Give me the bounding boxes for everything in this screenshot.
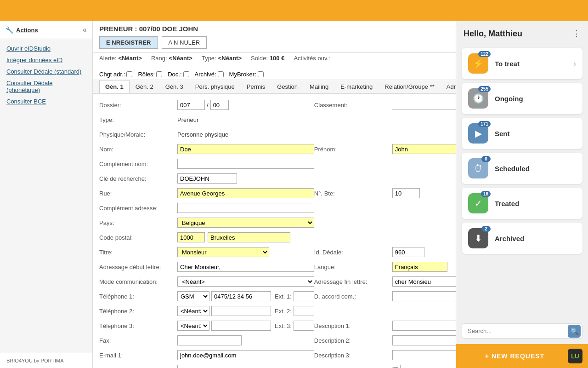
complement-nom-input[interactable] [177, 159, 314, 169]
rang-value: <Néant> [169, 55, 192, 62]
card-ongoing[interactable]: 🕐 255 Ongoing [462, 83, 582, 114]
dossier-row: Dossier: / [99, 99, 314, 110]
email2-input[interactable] [177, 365, 314, 368]
desc2-input[interactable] [392, 335, 456, 345]
pays-select[interactable]: Belgique [177, 218, 314, 228]
mybroker-label: MyBroker: [229, 71, 256, 78]
nbt-label: N°, Bte: [314, 190, 392, 197]
adressage-fin-label: Adressage fin lettre: [314, 278, 392, 285]
tab-gen1[interactable]: Gén. 1 [99, 80, 130, 94]
sidebar-item-bce[interactable]: Consulter BCE [0, 96, 92, 107]
pays-row: Pays: Belgique [99, 217, 314, 228]
card-archived[interactable]: ⬇ 2 Archived [462, 223, 582, 254]
roles-checkbox[interactable] [156, 71, 162, 77]
desc1-input[interactable] [392, 321, 456, 331]
tab-gen2[interactable]: Gén. 2 [130, 80, 159, 93]
tel1-row: Téléphone 1: GSM Ext. 1: [99, 291, 314, 302]
adressage-fin-input[interactable] [392, 276, 456, 287]
dossier-num-input[interactable] [177, 100, 205, 110]
tab-mailing[interactable]: Mailing [304, 80, 334, 93]
desc3-label: Description 3: [314, 352, 392, 359]
alerte-value: <Néant> [119, 55, 142, 62]
sidebar-item-eid-data[interactable]: Intégrer données eID [0, 54, 92, 66]
langue-input[interactable] [392, 262, 447, 272]
rue-input[interactable] [177, 188, 314, 198]
tel3-type-select[interactable]: <Néant> [177, 321, 209, 331]
card-scheduled[interactable]: ⏱ 0 Scheduled [462, 153, 582, 184]
tel2-type-select[interactable]: <Néant> [177, 306, 209, 316]
tel3-num-input[interactable] [211, 321, 271, 331]
to-treat-label: To treat [495, 60, 567, 68]
card-sent[interactable]: ▶ 171 Sent [462, 118, 582, 149]
phys-moral-label: Physique/Morale: [99, 131, 177, 138]
tab-emarketing[interactable]: E-marketing [334, 80, 379, 93]
ext2-label: Ext. 2: [275, 308, 292, 315]
tab-relation[interactable]: Relation/Groupe ** [379, 80, 440, 93]
prenom-input[interactable] [392, 144, 456, 154]
tab-gestion[interactable]: Gestion [271, 80, 304, 93]
d-accord-input[interactable] [392, 291, 456, 301]
complement-adresse-input[interactable] [177, 203, 314, 213]
search-wrap: 🔍 [462, 323, 582, 339]
code-postal-input[interactable] [177, 232, 205, 242]
new-request-button[interactable]: + NEW REQUEST [462, 352, 568, 360]
adressage-debut-input[interactable] [177, 262, 314, 272]
search-button[interactable]: 🔍 [568, 325, 581, 338]
desc3-input[interactable] [392, 350, 456, 360]
mybroker-checkbox[interactable] [258, 71, 264, 77]
ext1-input[interactable] [294, 291, 314, 301]
id-dedale-input[interactable] [392, 247, 424, 257]
id-dedale-row: Id. Dédale: [314, 247, 456, 258]
email1-input[interactable] [177, 350, 314, 360]
adressage-debut-label: Adressage début lettre: [99, 264, 177, 270]
collapse-btn[interactable]: « [83, 26, 87, 34]
tel2-label: Téléphone 2: [99, 308, 177, 315]
fax-input[interactable] [177, 335, 242, 345]
code-postal-label: Code postal: [99, 234, 177, 241]
nom-input[interactable] [177, 144, 314, 154]
tel1-label: Téléphone 1: [99, 293, 177, 300]
actions-menu[interactable]: 🔧 Actions « [0, 21, 92, 39]
d-accord-label: D. accord com.: [314, 293, 392, 300]
archive-checkbox[interactable] [218, 71, 224, 77]
doc-checkbox[interactable] [183, 71, 189, 77]
adressage-fin-row: Adressage fin lettre: [314, 276, 456, 287]
dossier-sub-input[interactable] [210, 100, 229, 110]
titre-select[interactable]: Monsieur [177, 247, 269, 257]
tel1-type-select[interactable]: GSM [177, 291, 209, 301]
tel1-num-input[interactable] [211, 291, 271, 301]
sidebar-item-dedale-std[interactable]: Consulter Dédale (standard) [0, 66, 92, 77]
tel2-num-input[interactable] [211, 306, 271, 316]
ext3-input[interactable] [294, 321, 314, 331]
ext2-input[interactable] [294, 306, 314, 316]
tab-gen3[interactable]: Gén. 3 [159, 80, 189, 93]
tab-permis[interactable]: Permis [241, 80, 271, 93]
sidebar-menu: Ouvrir eIDStudio Intégrer données eID Co… [0, 39, 92, 353]
tab-adresses[interactable]: Adresses ** [441, 80, 456, 93]
classement-value [392, 100, 456, 109]
card-to-treat[interactable]: ⚡ 122 To treat › [462, 48, 582, 79]
mode-comm-select[interactable]: <Néant> [177, 276, 314, 287]
chgt-checkbox[interactable] [126, 71, 132, 77]
more-options-icon[interactable]: ⋮ [572, 29, 581, 39]
save-button[interactable]: E NREGISTRER [99, 36, 158, 49]
cle-input[interactable] [177, 173, 237, 184]
cancel-button[interactable]: A N NULER [162, 36, 207, 49]
ville-input[interactable] [208, 232, 290, 242]
sidebar-item-dedale-phone[interactable]: Consulter Dédale (phonétique) [0, 77, 92, 96]
nbt-input[interactable] [392, 188, 420, 198]
ongoing-icon-wrap: 🕐 255 [468, 88, 488, 109]
search-input[interactable] [462, 323, 582, 339]
sidebar-item-eid[interactable]: Ouvrir eIDStudio [0, 43, 92, 54]
tel2-row: Téléphone 2: <Néant> Ext. 2: [99, 305, 314, 316]
right-panel-header: Hello, Matthieu ⋮ [456, 21, 588, 44]
ext1-label: Ext. 1: [275, 293, 292, 300]
type-label: Type: [202, 55, 216, 62]
tel2-fields: <Néant> Ext. 2: [177, 306, 314, 316]
tab-pers-physique[interactable]: Pers. physique [189, 80, 241, 93]
email2-label: E-mail 2: [99, 367, 177, 368]
pays-label: Pays: [99, 219, 177, 226]
chgt-label: Chgt adr.: [99, 71, 125, 78]
card-treated[interactable]: ✓ 16 Treated [462, 188, 582, 219]
desc-email1-input[interactable] [400, 365, 456, 368]
